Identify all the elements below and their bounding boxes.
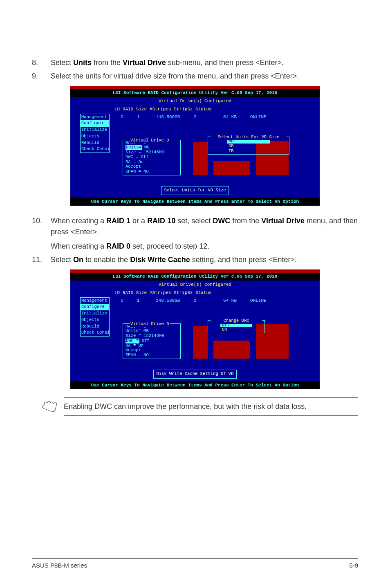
popup-option[interactable]: TB <box>227 148 270 153</box>
vd0-size[interactable]: Size = 152146MB <box>126 334 178 339</box>
vd0-label: Virtual Drive 0 <box>130 137 170 144</box>
column-headers: LD RAID Size #Stripes StripSz Status <box>70 105 320 114</box>
step-text: When creating a RAID 1 or a RAID 10 set,… <box>51 215 358 252</box>
menu-item[interactable]: Initialize <box>81 127 109 133</box>
hint-wrap: Disk Write Cache Setting Of VD <box>70 368 320 381</box>
side-menu: Management Configure Initialize Objects … <box>80 114 110 153</box>
red-block <box>213 341 250 359</box>
menu-item[interactable]: Rebuild <box>81 140 109 146</box>
step-number: 11. <box>32 254 51 265</box>
menu-item[interactable]: Check Consistency <box>81 330 109 336</box>
step-text: Select On to enable the Disk Write Cache… <box>51 254 358 265</box>
vd-configured-label: Virtual Drive(s) Configured <box>70 281 320 289</box>
data-row: 0 1 148.580GB 2 64 KB ONLINE <box>115 114 267 121</box>
note-hand-icon <box>41 399 58 413</box>
step-text: Select the units for virtual drive size … <box>51 71 358 82</box>
step-10: 10. When creating a RAID 1 or a RAID 10 … <box>32 215 358 252</box>
popup-option[interactable]: On <box>220 327 252 332</box>
vd0-span[interactable]: SPAN = NO <box>126 169 178 174</box>
menu-item[interactable]: Objects <box>81 317 109 323</box>
step-8: 8. Select Units from the Virtual Drive s… <box>32 57 358 68</box>
hint-box: Select Units For VD Size <box>161 186 229 195</box>
popup-option[interactable]: GB <box>227 144 270 148</box>
hint-box: Disk Write Cache Setting Of VD <box>153 370 236 379</box>
vd0-span[interactable]: SPAN = NO <box>126 353 178 358</box>
column-headers: LD RAID Size #Stripes StripSz Status <box>70 289 320 297</box>
step-9: 9. Select the units for virtual drive si… <box>32 71 358 82</box>
vd0-label: Virtual Drive 0 <box>130 321 170 328</box>
bios-body: 0 1 148.580GB 2 64 KB ONLINE Management … <box>70 114 320 197</box>
units-popup: Select Units For VD Size MB GB TB <box>208 137 289 155</box>
dwc-popup: Change DWC Off On <box>208 320 265 333</box>
menu-item[interactable]: Objects <box>81 133 109 140</box>
bios-screenshot-1: LSI Software RAID Configuration Utility … <box>70 86 320 206</box>
note-row: Enabling DWC can improve the performance… <box>41 399 358 416</box>
footer-right: 5-9 <box>349 561 358 570</box>
vd0-size[interactable]: Size = 152146MB <box>126 150 178 155</box>
vd0-dwc[interactable]: DWC = Off <box>126 155 178 160</box>
footer-left: ASUS P8B-M series <box>32 561 87 570</box>
step-11: 11. Select On to enable the Disk Write C… <box>32 254 358 265</box>
note-text: Enabling DWC can improve the performance… <box>64 397 358 416</box>
bios-title: LSI Software RAID Configuration Utility … <box>70 273 320 281</box>
menu-item[interactable]: Management <box>81 114 109 121</box>
side-menu: Management Configure Initialize Objects … <box>80 297 110 337</box>
hint-wrap: Select Units For VD Size <box>70 184 320 197</box>
step-number: 8. <box>32 57 51 68</box>
bios-title: LSI Software RAID Configuration Utility … <box>70 89 320 97</box>
data-row: 0 1 148.580GB 2 64 KB ONLINE <box>115 297 267 304</box>
step-number: 9. <box>32 71 51 82</box>
popup-label: Change DWC <box>211 318 262 324</box>
bios-footer: Use Cursor Keys To Navigate Between Item… <box>70 197 320 206</box>
red-bar <box>70 269 320 273</box>
menu-item-selected[interactable]: Configure <box>81 304 109 310</box>
popup-label: Select Units For VD Size <box>211 134 287 141</box>
bios-screenshot-2: LSI Software RAID Configuration Utility … <box>70 269 320 389</box>
virtual-drive-0-box: Virtual Drive 0 RAID = 1 Units= MB Size … <box>123 323 181 359</box>
step-text: Select Units from the Virtual Drive sub-… <box>51 57 358 68</box>
bios-footer: Use Cursor Keys To Navigate Between Item… <box>70 381 320 390</box>
menu-item-selected[interactable]: Configure <box>81 120 109 127</box>
red-block <box>193 326 208 359</box>
red-bar <box>70 86 320 89</box>
virtual-drive-0-box: Virtual Drive 0 RAID = 1 Units= MB Size … <box>123 140 181 175</box>
vd0-dwc[interactable]: DWC = Off <box>126 339 178 343</box>
menu-item[interactable]: Check Consistency <box>81 146 109 153</box>
menu-item[interactable]: Management <box>81 298 109 304</box>
vd-configured-label: Virtual Drive(s) Configured <box>70 97 320 105</box>
step-number: 10. <box>32 215 51 252</box>
bios-body: 0 1 148.580GB 2 64 KB ONLINE Management … <box>70 297 320 381</box>
red-block <box>213 161 250 175</box>
menu-item[interactable]: Rebuild <box>81 323 109 330</box>
menu-item[interactable]: Initialize <box>81 310 109 317</box>
red-block <box>193 142 208 175</box>
page-footer: ASUS P8B-M series 5-9 <box>32 558 358 570</box>
